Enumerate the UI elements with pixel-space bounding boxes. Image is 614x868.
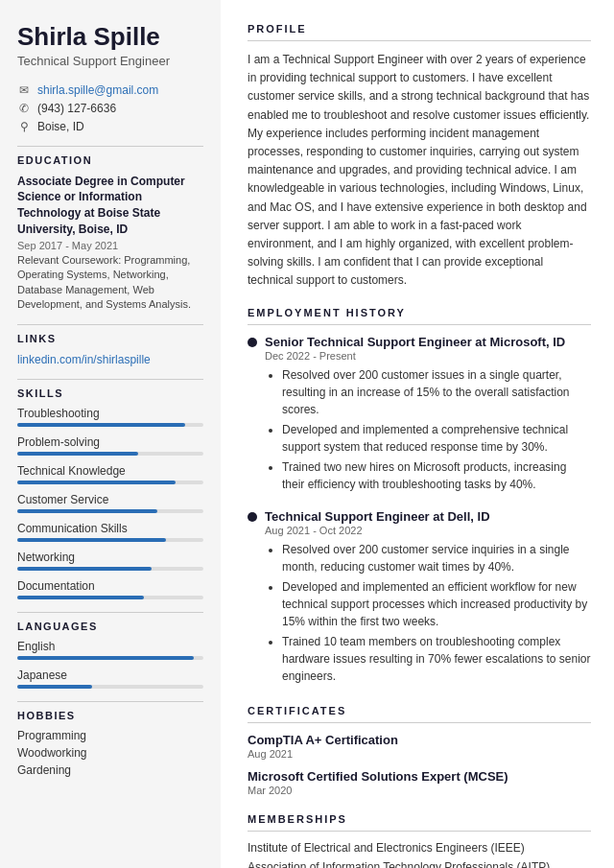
- location-contact: ⚲ Boise, ID: [17, 120, 203, 133]
- email-icon: ✉: [17, 83, 31, 97]
- memberships-section: MEMBERSHIPS Institute of Electrical and …: [248, 813, 591, 868]
- languages-divider: [17, 612, 203, 613]
- edu-divider: [17, 146, 203, 147]
- hobbies-section-title: HOBBIES: [17, 710, 203, 721]
- resume-page: Shirla Spille Technical Support Engineer…: [0, 0, 614, 868]
- hobby-item: Programming: [17, 729, 203, 742]
- skill-bar-bg: [17, 538, 203, 542]
- profile-section: PROFILE I am a Technical Support Enginee…: [248, 23, 591, 290]
- language-item: Japanese: [17, 669, 203, 689]
- skill-bar-bg: [17, 423, 203, 427]
- linkedin-link[interactable]: linkedin.com/in/shirlaspille: [17, 353, 151, 366]
- skill-label: Communication Skills: [17, 522, 203, 535]
- jobs-list: Senior Technical Support Engineer at Mic…: [248, 335, 591, 688]
- employment-section-title: EMPLOYMENT HISTORY: [248, 307, 591, 318]
- hobbies-divider: [17, 701, 203, 702]
- skill-bar-bg: [17, 481, 203, 484]
- language-item: English: [17, 640, 203, 660]
- skill-label: Technical Knowledge: [17, 464, 203, 478]
- hobby-item: Woodworking: [17, 746, 203, 760]
- skill-bar-fill: [17, 596, 144, 599]
- edu-courses: Relevant Coursework: Programming, Operat…: [17, 253, 203, 313]
- job-dates: Aug 2021 - Oct 2022: [265, 525, 591, 536]
- candidate-name: Shirla Spille: [17, 23, 203, 51]
- job-bullet: Resolved over 200 customer service inqui…: [282, 541, 591, 575]
- skill-bar-fill: [17, 567, 152, 571]
- skill-bar-bg: [17, 567, 203, 571]
- edu-degree: Associate Degree in Computer Science or …: [17, 174, 203, 238]
- lang-bar-fill: [17, 685, 92, 689]
- language-label: English: [17, 640, 203, 653]
- candidate-title: Technical Support Engineer: [17, 54, 203, 68]
- job-title: Senior Technical Support Engineer at Mic…: [265, 335, 591, 349]
- skill-bar-fill: [17, 423, 185, 427]
- job-bullets-list: Resolved over 200 customer issues in a s…: [265, 366, 591, 493]
- cert-name: Microsoft Certified Solutions Expert (MC…: [248, 769, 591, 784]
- job-content: Senior Technical Support Engineer at Mic…: [265, 335, 591, 496]
- languages-section-title: LANGUAGES: [17, 621, 203, 632]
- membership-item: Institute of Electrical and Electronics …: [248, 841, 591, 855]
- skill-label: Networking: [17, 551, 203, 564]
- lang-bar-bg: [17, 656, 203, 660]
- links-divider: [17, 324, 203, 325]
- profile-section-title: PROFILE: [248, 23, 591, 35]
- job-bullets-list: Resolved over 200 customer service inqui…: [265, 541, 591, 685]
- skill-label: Documentation: [17, 579, 203, 593]
- membership-item: Association of Information Technology Pr…: [248, 860, 591, 868]
- hobbies-list: ProgrammingWoodworkingGardening: [17, 729, 203, 777]
- skills-section-title: SKILLS: [17, 387, 203, 399]
- certificates-section: CERTIFICATES CompTIA A+ Certification Au…: [248, 705, 591, 796]
- lang-bar-bg: [17, 685, 203, 689]
- job-entry: Technical Support Engineer at Dell, ID A…: [248, 509, 591, 688]
- lang-bar-fill: [17, 656, 194, 660]
- location-text: Boise, ID: [37, 120, 84, 133]
- phone-number: (943) 127-6636: [37, 102, 116, 115]
- job-bullet: Resolved over 200 customer issues in a s…: [282, 366, 591, 418]
- membership-divider: [248, 831, 591, 832]
- links-list: linkedin.com/in/shirlaspille: [17, 352, 203, 366]
- skill-item: Technical Knowledge: [17, 464, 203, 484]
- education-section-title: EDUCATION: [17, 154, 203, 166]
- phone-icon: ✆: [17, 102, 31, 115]
- skill-label: Problem-solving: [17, 435, 203, 449]
- job-bullet: Developed and implemented an efficient w…: [282, 578, 591, 630]
- language-label: Japanese: [17, 669, 203, 682]
- location-icon: ⚲: [17, 120, 31, 133]
- cert-date: Aug 2021: [248, 748, 591, 760]
- skill-bar-fill: [17, 538, 166, 542]
- skill-item: Networking: [17, 551, 203, 571]
- edu-dates: Sep 2017 - May 2021: [17, 240, 203, 251]
- email-link[interactable]: shirla.spille@gmail.com: [37, 83, 158, 97]
- sidebar: Shirla Spille Technical Support Engineer…: [0, 0, 221, 868]
- skill-bar-bg: [17, 509, 203, 513]
- cert-date: Mar 2020: [248, 785, 591, 796]
- job-dot: [248, 338, 257, 347]
- skill-label: Troubleshooting: [17, 407, 203, 420]
- job-dates: Dec 2022 - Present: [265, 350, 591, 362]
- phone-contact: ✆ (943) 127-6636: [17, 102, 203, 115]
- cert-item: Microsoft Certified Solutions Expert (MC…: [248, 769, 591, 796]
- membership-list: Institute of Electrical and Electronics …: [248, 841, 591, 868]
- skill-label: Customer Service: [17, 493, 203, 506]
- skill-item: Documentation: [17, 579, 203, 599]
- profile-text: I am a Technical Support Engineer with o…: [248, 51, 591, 290]
- main-content: PROFILE I am a Technical Support Enginee…: [221, 0, 614, 868]
- skill-item: Problem-solving: [17, 435, 203, 456]
- membership-section-title: MEMBERSHIPS: [248, 813, 591, 825]
- job-bullet: Developed and implemented a comprehensiv…: [282, 421, 591, 456]
- job-title: Technical Support Engineer at Dell, ID: [265, 509, 591, 524]
- skill-bar-fill: [17, 452, 138, 456]
- skill-bar-bg: [17, 596, 203, 599]
- email-contact: ✉ shirla.spille@gmail.com: [17, 83, 203, 97]
- cert-list: CompTIA A+ Certification Aug 2021 Micros…: [248, 733, 591, 796]
- links-section-title: LINKS: [17, 333, 203, 344]
- skills-divider: [17, 379, 203, 380]
- skill-item: Troubleshooting: [17, 407, 203, 427]
- job-content: Technical Support Engineer at Dell, ID A…: [265, 509, 591, 688]
- employment-section: EMPLOYMENT HISTORY Senior Technical Supp…: [248, 307, 591, 688]
- hobby-item: Gardening: [17, 763, 203, 777]
- profile-divider: [248, 40, 591, 41]
- job-entry: Senior Technical Support Engineer at Mic…: [248, 335, 591, 496]
- job-dot: [248, 512, 257, 522]
- cert-name: CompTIA A+ Certification: [248, 733, 591, 747]
